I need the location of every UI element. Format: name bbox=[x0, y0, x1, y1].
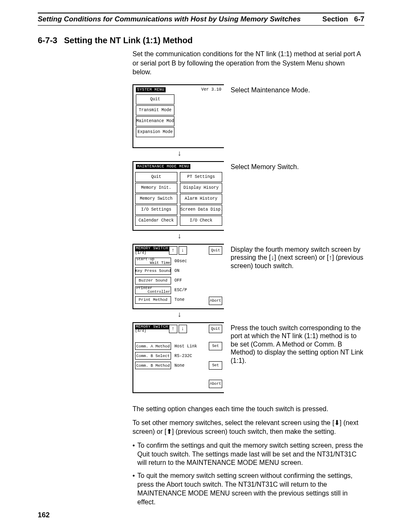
comm-b-method-label: Comm. B Method bbox=[135, 362, 171, 369]
transmit-mode-button[interactable]: Transmit Mode bbox=[136, 105, 174, 115]
bullet-icon: • bbox=[132, 472, 135, 506]
intro-paragraph: Set the communication conditions for the… bbox=[132, 50, 364, 77]
paragraph-other-switches: To set other memory switches, select the… bbox=[132, 419, 364, 436]
page-indicator: (4/4) bbox=[135, 329, 146, 333]
quit-button[interactable]: Quit bbox=[135, 172, 177, 182]
alarm-history-button[interactable]: Alarm History bbox=[180, 194, 222, 204]
key-press-sound-value: ON bbox=[171, 269, 208, 273]
buzzer-sound-label: Buzzer Sound bbox=[135, 277, 171, 284]
quit-button[interactable]: Quit bbox=[209, 246, 222, 255]
printer-controller-label: Printer Controller bbox=[135, 287, 171, 294]
buzzer-sound-value: OFF bbox=[171, 278, 208, 283]
paragraph-setting-option: The setting option changes each time the… bbox=[132, 405, 364, 414]
comm-b-method-value: None bbox=[171, 363, 209, 368]
header-right: Section 6-7 bbox=[322, 15, 364, 23]
printer-controller-value: ESC/P bbox=[171, 288, 208, 292]
maintenance-mode-button[interactable]: Maintenance Mode bbox=[136, 116, 174, 126]
memory-init-button[interactable]: Memory Init. bbox=[135, 183, 177, 193]
print-method-label: Print Method bbox=[135, 296, 171, 304]
memory-switch-panel-1: MEMORY SWITCH (1/4) ↑ ↓ Quit Start-up Wa… bbox=[132, 244, 224, 309]
comm-b-select-value: RS-232C bbox=[171, 354, 222, 358]
abort-button[interactable]: Abort bbox=[209, 380, 222, 388]
comm-a-method-value: Host Link bbox=[171, 344, 209, 349]
quit-button[interactable]: Quit bbox=[209, 325, 222, 333]
pt-settings-button[interactable]: PT Settings bbox=[180, 172, 222, 182]
step1-description: Select Maintenance Mode. bbox=[226, 84, 364, 159]
expansion-mode-button[interactable]: Expansion Mode bbox=[136, 127, 174, 137]
comm-a-method-label: Comm. A Method bbox=[135, 342, 171, 350]
page-indicator: (1/4) bbox=[135, 251, 146, 255]
system-menu-panel: SYSTEM MENU Ver 3.10 Quit Transmit Mode … bbox=[132, 84, 224, 148]
section-number: 6-7-3 bbox=[38, 36, 57, 45]
set-button[interactable]: Set bbox=[209, 361, 222, 370]
quit-button[interactable]: Quit bbox=[136, 94, 174, 104]
bullet-quit: To quit the memory switch setting screen… bbox=[138, 472, 364, 506]
section-heading: 6-7-3 Setting the NT Link (1:1) Method bbox=[38, 36, 364, 45]
next-screen-button[interactable]: ↓ bbox=[179, 325, 187, 333]
step4-description: Press the touch switch corresponding to … bbox=[226, 322, 364, 394]
comm-b-select-label: Comm. B Select bbox=[135, 352, 171, 360]
print-method-value: Tone bbox=[171, 297, 208, 302]
memory-switch-panel-4: MEMORY SWITCH (4/4) ↑ ↓ Quit Comm. A Met… bbox=[132, 322, 224, 394]
flow-arrow-icon: ↓ bbox=[132, 149, 226, 158]
flow-arrow-icon: ↓ bbox=[132, 232, 226, 240]
prev-screen-button[interactable]: ↑ bbox=[169, 325, 177, 333]
version-label: Ver 3.10 bbox=[201, 87, 221, 92]
section-title: Setting the NT Link (1:1) Method bbox=[64, 36, 193, 45]
panel-title: SYSTEM MENU bbox=[136, 87, 166, 92]
page-header: Setting Conditions for Communications wi… bbox=[38, 15, 364, 26]
step2-description: Select Memory Switch. bbox=[226, 161, 364, 241]
flow-arrow-icon: ↓ bbox=[132, 310, 226, 319]
screen-data-disp-button[interactable]: Screen Data Disp. bbox=[180, 205, 222, 215]
step3-description: Display the fourth memory switch screen … bbox=[226, 244, 364, 320]
next-screen-button[interactable]: ↓ bbox=[179, 246, 187, 255]
key-press-sound-label: Key Press Sound bbox=[135, 267, 171, 275]
set-button[interactable]: Set bbox=[209, 342, 222, 350]
startup-wait-value: 00sec bbox=[171, 259, 208, 263]
panel-title: MAINTENANCE MODE MENU bbox=[136, 164, 190, 169]
bullet-confirm: To confirm the settings and quit the mem… bbox=[138, 441, 364, 467]
memory-switch-button[interactable]: Memory Switch bbox=[135, 194, 177, 204]
page-number: 162 bbox=[38, 511, 49, 519]
startup-wait-label: Start-up Wait Time bbox=[135, 258, 171, 265]
io-check-button[interactable]: I/O Check bbox=[180, 216, 222, 226]
io-settings-button[interactable]: I/O Settings bbox=[135, 205, 177, 215]
abort-button[interactable]: Abort bbox=[209, 297, 222, 305]
header-left: Setting Conditions for Communications wi… bbox=[38, 15, 301, 23]
calendar-check-button[interactable]: Calendar Check bbox=[135, 216, 177, 226]
bullet-icon: • bbox=[132, 441, 135, 467]
display-history-button[interactable]: Display Hisory bbox=[180, 183, 222, 193]
prev-screen-button[interactable]: ↑ bbox=[169, 246, 177, 255]
maintenance-mode-panel: MAINTENANCE MODE MENU Quit Memory Init. … bbox=[132, 161, 224, 231]
